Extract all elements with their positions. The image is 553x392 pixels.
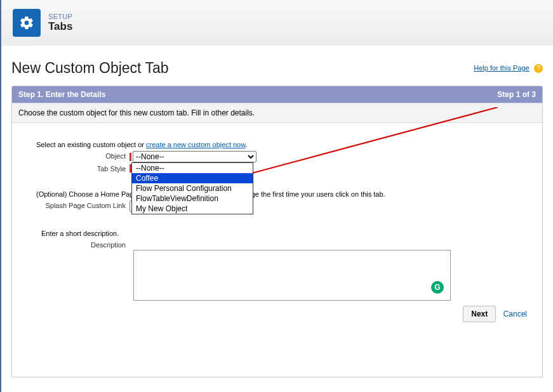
description-textarea[interactable]: G <box>133 250 451 301</box>
object-option[interactable]: --None-- <box>132 163 253 173</box>
tabs-title: Tabs <box>48 20 72 33</box>
splash-link-label: Splash Page Custom Link <box>18 200 130 212</box>
object-label: Object <box>18 151 130 162</box>
description-label: Description <box>18 240 130 249</box>
step-header: Step 1. Enter the Details Step 1 of 3 <box>12 86 542 103</box>
select-object-intro: Select an existing custom object or crea… <box>36 141 536 148</box>
grammarly-icon: G <box>431 281 444 294</box>
next-button[interactable]: Next <box>463 306 496 322</box>
gear-icon <box>13 9 41 37</box>
cancel-button[interactable]: Cancel <box>503 310 527 318</box>
object-option[interactable]: FlowTableViewDefinition <box>132 193 253 204</box>
splash-intro: (Optional) Choose a Home Page Custom Lin… <box>36 190 536 198</box>
object-option[interactable]: My New Object <box>132 204 253 214</box>
object-option[interactable]: Coffee <box>132 173 253 183</box>
step-subtitle: Choose the custom object for this new cu… <box>12 103 542 123</box>
setup-header-bar: SETUP Tabs <box>1 0 553 46</box>
help-icon[interactable]: ? <box>534 64 543 73</box>
page-title: New Custom Object Tab <box>11 60 169 77</box>
help-link[interactable]: Help for this Page <box>474 64 529 72</box>
object-select[interactable]: --None-- <box>133 151 257 162</box>
object-dropdown-list: --None--CoffeeFlow Personal Configuratio… <box>131 162 253 214</box>
step-indicator: Step 1 of 3 <box>497 90 536 99</box>
tab-style-label: Tab Style <box>18 164 130 173</box>
setup-label: SETUP <box>48 13 72 20</box>
step-title-left: Step 1. Enter the Details <box>18 90 105 99</box>
description-intro: Enter a short description. <box>41 230 536 237</box>
object-option[interactable]: Flow Personal Configuration <box>132 183 253 193</box>
create-new-object-link[interactable]: create a new custom object now <box>146 141 246 148</box>
